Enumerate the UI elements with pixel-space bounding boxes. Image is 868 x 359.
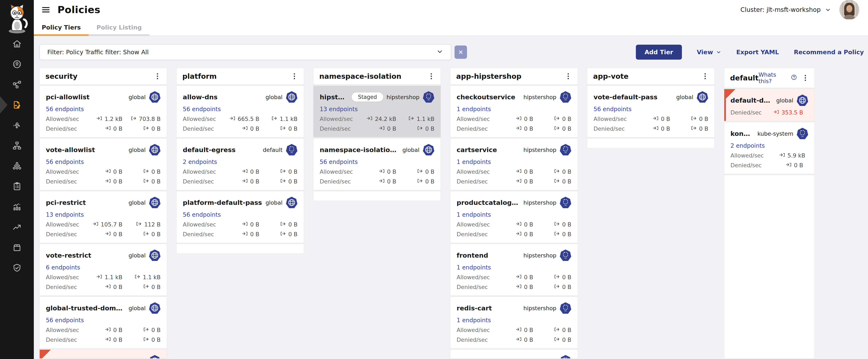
endpoints-link[interactable]: 2 endpoints	[731, 142, 765, 149]
kebab-menu-icon[interactable]	[291, 72, 298, 80]
endpoints-link[interactable]: 1 endpoints	[457, 106, 491, 113]
cluster-nodes-icon[interactable]	[12, 161, 22, 171]
policy-card[interactable]: default-egressdefaultns2 endpointsAllowe…	[177, 139, 304, 190]
endpoints-link[interactable]: 13 endpoints	[320, 106, 358, 113]
egress-arrow-icon	[417, 168, 423, 175]
endpoints-link[interactable]: 56 endpoints	[593, 106, 631, 113]
egress-metric: 0 B	[538, 327, 571, 333]
ingress-arrow-icon	[96, 274, 102, 281]
policies-icon[interactable]	[12, 100, 22, 110]
dashboard-gauge-icon[interactable]	[12, 59, 22, 69]
endpoints-tree-icon[interactable]	[12, 141, 22, 150]
policy-card[interactable]: quarantineglobal0 endpoints	[40, 350, 167, 359]
policy-card[interactable]: global-trusted-domainsglobal56 endpoints…	[40, 297, 167, 348]
policy-card[interactable]: konnectivity-agentkube-systemns2 endpoin…	[724, 122, 814, 174]
policy-card[interactable]: frontendhipstershopns1 endpointsAllowed/…	[451, 244, 578, 296]
egress-arrow-icon	[280, 178, 286, 185]
scope-label: hipstershop	[523, 358, 556, 359]
policy-card[interactable]: hipstershop-gh…Stagedhipstershopns13 end…	[313, 86, 441, 137]
activity-stats-icon[interactable]	[12, 202, 22, 212]
export-yaml-button[interactable]: Export YAML	[736, 49, 779, 56]
view-dropdown[interactable]: View	[697, 49, 721, 56]
home-icon[interactable]	[12, 39, 22, 49]
package-icon[interactable]	[12, 243, 22, 252]
metric-value: 0 B	[113, 336, 122, 343]
whats-this-link[interactable]: Whats this?	[758, 72, 797, 84]
kebab-menu-icon[interactable]	[565, 72, 572, 80]
policy-card[interactable]: namespace-isolation-default-p…global56 e…	[313, 139, 441, 190]
endpoints-link[interactable]: 13 endpoints	[46, 211, 84, 218]
endpoints-link[interactable]: 1 endpoints	[457, 211, 491, 218]
metric-value: 0 B	[288, 221, 298, 228]
trending-up-icon[interactable]	[12, 222, 22, 232]
hamburger-menu-icon[interactable]	[40, 5, 51, 15]
policy-title-row: hipstershop-gh…Stagedhipstershopns	[320, 91, 434, 103]
policy-card[interactable]: checkoutservicehipstershopns1 endpointsA…	[451, 86, 578, 137]
ingress-arrow-icon	[516, 327, 522, 333]
endpoints-link[interactable]: 1 endpoints	[457, 159, 491, 165]
metric-value: 0 B	[562, 284, 571, 290]
kebab-menu-icon[interactable]	[802, 74, 809, 82]
metric-value: 0 B	[113, 231, 122, 238]
egress-arrow-icon	[554, 283, 560, 291]
policy-card[interactable]: vote-default-passglobal56 endpointsAllow…	[587, 86, 714, 137]
metric-value: 0 B	[699, 116, 708, 122]
metric-row: Allowed/sec0 B0 B	[593, 115, 708, 122]
metric-value: 0 B	[562, 231, 571, 238]
cluster-selector[interactable]: Cluster: jlt-msft-workshop	[740, 6, 831, 13]
kebab-menu-icon[interactable]	[702, 72, 709, 80]
endpoints-link[interactable]: 56 endpoints	[46, 106, 84, 113]
policy-name: quarantine	[46, 357, 86, 359]
egress-arrow-icon	[554, 168, 560, 175]
policy-name: redis-cart	[457, 304, 492, 312]
compliance-reports-icon[interactable]	[12, 182, 22, 191]
policy-scope: hipstershopns	[520, 144, 571, 156]
endpoints-link[interactable]: 56 endpoints	[183, 211, 221, 218]
policy-card[interactable]: pci-allowlistglobal56 endpointsAllowed/s…	[40, 86, 167, 137]
endpoints-link[interactable]: 56 endpoints	[46, 317, 84, 324]
service-graph-icon[interactable]	[12, 80, 22, 89]
ingress-metric: 0 B	[492, 327, 533, 333]
clear-filter-button[interactable]: ✕	[455, 46, 467, 59]
ingress-arrow-icon	[105, 283, 111, 291]
endpoints-link[interactable]: 56 endpoints	[46, 159, 84, 165]
policy-card[interactable]: vote-allowlistglobal56 endpointsAllowed/…	[40, 139, 167, 190]
ingress-metric: 0 B	[762, 162, 803, 169]
ingress-metric: 0 B	[218, 221, 259, 228]
flow-visualizations-icon[interactable]	[12, 120, 22, 130]
policy-card[interactable]: pci-restrictglobal13 endpointsAllowed/se…	[40, 191, 167, 243]
policy-card[interactable]: productcatalogservicehipstershopns1 endp…	[451, 191, 578, 243]
ingress-arrow-icon	[367, 115, 373, 122]
endpoints-link[interactable]: 6 endpoints	[46, 264, 80, 271]
policy-card[interactable]: cartservicehipstershopns1 endpointsAllow…	[451, 139, 578, 190]
shield-check-icon[interactable]	[12, 263, 22, 273]
endpoints-link[interactable]: 56 endpoints	[320, 159, 358, 165]
metric-row: Allowed/sec1.1 kB1.1 kB	[46, 274, 161, 281]
add-tier-button[interactable]: Add Tier	[636, 45, 682, 60]
policy-card[interactable]: platform-default-passglobal56 endpointsA…	[177, 191, 304, 243]
endpoints-link[interactable]: 2 endpoints	[183, 159, 217, 165]
tab-policy-tiers[interactable]: Policy Tiers	[34, 19, 89, 35]
kebab-menu-icon[interactable]	[428, 72, 435, 80]
tab-bar: Policy Tiers Policy Listing	[34, 19, 868, 36]
policy-card[interactable]: allow-dnsglobal56 endpointsAllowed/sec66…	[177, 86, 304, 137]
policy-card[interactable]: emailservicehipstershopns1 endpointsAllo…	[451, 350, 578, 359]
policy-title-row: vote-default-passglobal	[593, 91, 708, 103]
policy-card[interactable]: vote-restrictglobal6 endpointsAllowed/se…	[40, 244, 167, 296]
metric-value: 0 B	[524, 284, 533, 290]
policy-traffic-filter-select[interactable]: Filter: Policy Traffic filter: Show All	[39, 44, 451, 60]
endpoints-link[interactable]: 1 endpoints	[457, 264, 491, 271]
recommend-policy-button[interactable]: Recommend a Policy	[794, 49, 864, 56]
egress-arrow-icon	[143, 178, 149, 185]
ingress-arrow-icon	[379, 168, 385, 175]
ingress-arrow-icon	[653, 115, 659, 122]
ingress-metric: 0 B	[218, 125, 259, 132]
policy-card[interactable]: redis-carthipstershopns1 endpointsAllowe…	[451, 297, 578, 348]
user-avatar[interactable]	[839, 0, 859, 20]
kebab-menu-icon[interactable]	[154, 72, 161, 80]
policy-card[interactable]: default-denyglobalDenied/sec353.5 B96 B	[724, 89, 814, 121]
tab-policy-listing[interactable]: Policy Listing	[89, 19, 150, 35]
global-scope-icon	[149, 91, 161, 103]
endpoints-link[interactable]: 1 endpoints	[457, 317, 491, 324]
endpoints-link[interactable]: 56 endpoints	[183, 106, 221, 113]
